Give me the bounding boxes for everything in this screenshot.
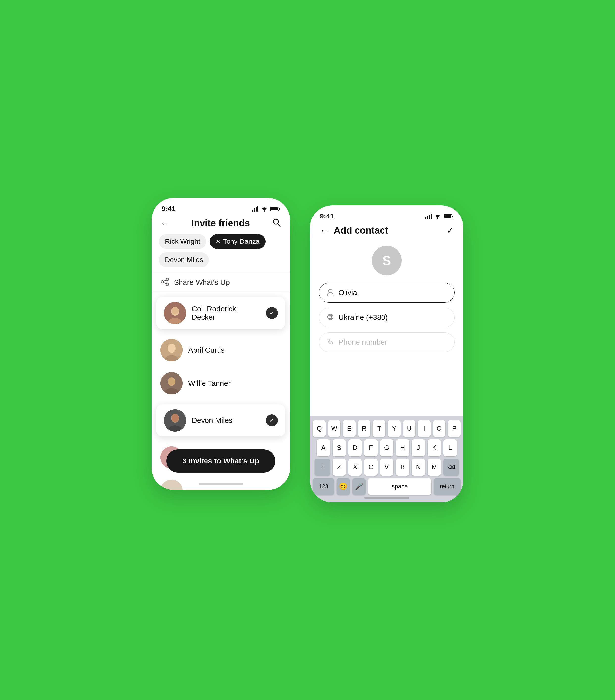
person-icon-svg bbox=[327, 288, 334, 296]
status-time-right: 9:41 bbox=[320, 212, 334, 220]
contact-avatar-placeholder: S bbox=[372, 246, 402, 275]
share-icon bbox=[160, 277, 169, 287]
key-q[interactable]: Q bbox=[313, 420, 325, 437]
wifi-icon-right bbox=[434, 214, 441, 219]
tag-devon-miles[interactable]: Devon Miles bbox=[159, 252, 209, 267]
share-row[interactable]: Share What's Up bbox=[151, 272, 290, 292]
bottom-invite-button[interactable]: 3 Invites to What's Up bbox=[167, 449, 275, 473]
key-x[interactable]: X bbox=[348, 459, 362, 476]
search-button-left[interactable] bbox=[272, 218, 281, 229]
svg-point-32 bbox=[160, 479, 183, 490]
tag-label: Tony Danza bbox=[223, 238, 260, 246]
svg-point-4 bbox=[264, 211, 265, 212]
tag-tony-danza[interactable]: ✕ Tony Danza bbox=[210, 234, 266, 249]
key-m[interactable]: M bbox=[428, 459, 441, 476]
key-o[interactable]: O bbox=[433, 420, 446, 437]
name-input[interactable] bbox=[339, 288, 447, 297]
contact-item-roderick[interactable]: Col. Roderick Decker ✓ bbox=[157, 297, 285, 329]
key-f[interactable]: F bbox=[364, 439, 378, 456]
keyboard-row-2: A S D F G H J K L bbox=[313, 439, 460, 456]
globe-icon-svg bbox=[327, 313, 334, 321]
svg-line-13 bbox=[164, 280, 167, 281]
key-return[interactable]: return bbox=[434, 478, 460, 495]
country-field-container[interactable]: Ukraine (+380) bbox=[319, 308, 455, 327]
wifi-icon bbox=[261, 206, 268, 212]
key-s[interactable]: S bbox=[332, 439, 346, 456]
key-e[interactable]: E bbox=[343, 420, 356, 437]
tag-rick-wright[interactable]: Rick Wright bbox=[159, 234, 206, 249]
status-icons-right bbox=[425, 214, 454, 219]
contact-item-devon[interactable]: Devon Miles ✓ bbox=[157, 404, 285, 437]
key-l[interactable]: L bbox=[443, 439, 457, 456]
phones-container: 9:41 bbox=[151, 198, 464, 502]
key-v[interactable]: V bbox=[380, 459, 393, 476]
keyboard-row-1: Q W E R T Y U I O P bbox=[313, 420, 460, 437]
phone-icon-svg bbox=[327, 338, 334, 346]
status-bar-left: 9:41 bbox=[151, 198, 290, 215]
svg-point-20 bbox=[168, 344, 175, 353]
svg-rect-33 bbox=[425, 217, 426, 219]
key-t[interactable]: T bbox=[373, 420, 385, 437]
key-y[interactable]: Y bbox=[388, 420, 401, 437]
contact-name-roderick: Col. Roderick Decker bbox=[192, 304, 260, 322]
key-w[interactable]: W bbox=[328, 420, 341, 437]
key-b[interactable]: B bbox=[396, 459, 409, 476]
key-mic[interactable]: 🎤 bbox=[352, 478, 366, 495]
key-k[interactable]: K bbox=[428, 439, 441, 456]
contact-name-april: April Curtis bbox=[188, 346, 281, 354]
svg-point-18 bbox=[172, 307, 179, 314]
key-a[interactable]: A bbox=[317, 439, 330, 456]
key-g[interactable]: G bbox=[380, 439, 393, 456]
key-r[interactable]: R bbox=[358, 420, 371, 437]
key-u[interactable]: U bbox=[403, 420, 416, 437]
battery-icon-right bbox=[444, 214, 454, 219]
svg-rect-2 bbox=[256, 207, 257, 212]
battery-icon bbox=[270, 206, 280, 212]
checkmark-devon: ✓ bbox=[266, 414, 278, 426]
svg-rect-36 bbox=[431, 214, 432, 219]
right-phone-header: ← Add contact ✓ bbox=[310, 223, 464, 241]
key-shift[interactable]: ⇧ bbox=[315, 459, 330, 476]
key-backspace[interactable]: ⌫ bbox=[443, 459, 459, 476]
svg-rect-40 bbox=[444, 215, 451, 218]
contact-item-april[interactable]: April Curtis bbox=[151, 334, 290, 367]
contact-item-willie1[interactable]: Willie Tanner bbox=[151, 367, 290, 400]
right-phone: 9:41 bbox=[310, 205, 464, 502]
key-c[interactable]: C bbox=[364, 459, 378, 476]
svg-rect-1 bbox=[254, 208, 255, 212]
key-123[interactable]: 123 bbox=[313, 478, 334, 495]
key-i[interactable]: I bbox=[418, 420, 431, 437]
signal-icon bbox=[251, 206, 258, 212]
svg-rect-39 bbox=[452, 215, 453, 217]
left-phone: 9:41 bbox=[151, 198, 290, 490]
key-n[interactable]: N bbox=[412, 459, 425, 476]
svg-point-10 bbox=[166, 278, 169, 280]
signal-icon-right bbox=[425, 214, 432, 219]
svg-rect-35 bbox=[429, 214, 430, 219]
key-space[interactable]: space bbox=[368, 478, 431, 495]
back-button-right[interactable]: ← bbox=[320, 225, 329, 236]
svg-rect-0 bbox=[251, 210, 253, 212]
search-icon bbox=[272, 218, 281, 227]
key-d[interactable]: D bbox=[348, 439, 362, 456]
left-phone-header: ← Invite friends bbox=[151, 215, 290, 234]
key-emoji[interactable]: 😊 bbox=[337, 478, 350, 495]
checkmark-roderick: ✓ bbox=[266, 307, 278, 319]
phone-field-container[interactable] bbox=[319, 332, 455, 352]
contact-name-willie1: Willie Tanner bbox=[188, 379, 281, 387]
key-p[interactable]: P bbox=[448, 420, 460, 437]
confirm-button[interactable]: ✓ bbox=[447, 225, 454, 235]
phone-input[interactable] bbox=[339, 338, 447, 347]
key-z[interactable]: Z bbox=[332, 459, 346, 476]
avatar-roderick bbox=[164, 302, 186, 324]
avatar-april bbox=[160, 339, 183, 361]
avatar-bottom bbox=[160, 479, 183, 490]
key-j[interactable]: J bbox=[412, 439, 425, 456]
key-h[interactable]: H bbox=[396, 439, 409, 456]
person-icon bbox=[327, 288, 334, 297]
back-button-left[interactable]: ← bbox=[160, 218, 169, 229]
svg-rect-3 bbox=[258, 206, 258, 212]
avatar-april-img bbox=[160, 339, 183, 361]
avatar-devon-img bbox=[164, 409, 186, 432]
name-field-container[interactable] bbox=[319, 283, 455, 303]
